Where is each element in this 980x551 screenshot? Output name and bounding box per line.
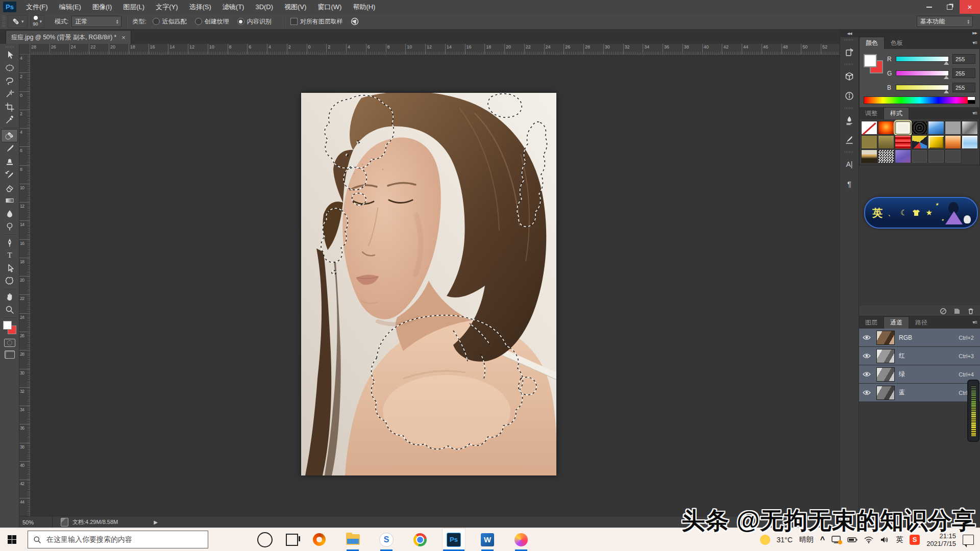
style-swatch[interactable] [878,149,894,163]
visibility-eye-icon[interactable] [861,390,872,395]
dodge-tool[interactable] [1,220,18,234]
style-swatch[interactable] [962,135,978,149]
mode-dropdown[interactable]: 正常 ▴▾ [71,16,121,27]
trash-icon[interactable] [967,308,975,314]
style-swatch[interactable] [928,121,944,135]
foreground-color-swatch[interactable] [864,54,877,67]
history-brush-tool[interactable] [1,168,18,182]
panel-tab[interactable]: 样式 [884,107,909,119]
close-tab-icon[interactable]: × [121,34,126,41]
taskbar-app-photoshop[interactable]: Ps [442,528,465,551]
workspace-switcher[interactable]: 基本功能 ▴▾ [917,16,973,27]
slider-thumb[interactable] [944,76,949,79]
style-swatch[interactable] [878,135,894,149]
sample-all-layers-checkbox[interactable]: 对所有图层取样 [290,17,343,26]
taskbar-app-office[interactable] [307,528,331,551]
menu-item[interactable]: 编辑(E) [54,0,87,14]
visibility-eye-icon[interactable] [861,371,872,377]
style-swatch[interactable] [928,135,944,149]
style-swatch[interactable] [895,121,911,135]
style-swatch[interactable] [912,149,928,163]
quick-mask-button[interactable] [4,339,15,347]
active-tool-preset[interactable]: ▾ [8,15,28,28]
style-swatch[interactable] [895,149,911,163]
foreground-color-swatch[interactable] [3,321,12,330]
pen-tool[interactable] [1,236,18,249]
sogou-input-icon[interactable]: S [910,535,920,545]
panel-tab[interactable]: 路径 [909,317,934,329]
close-button[interactable]: × [960,0,980,14]
start-button[interactable] [0,528,23,551]
status-expand-arrow[interactable]: ▶ [154,519,158,525]
white-black-ramp[interactable] [968,97,975,104]
type-radio[interactable]: 内容识别 [237,17,272,26]
slider-track[interactable] [896,85,949,90]
zoom-level-field[interactable]: 50% [19,516,53,528]
panel-menu-icon[interactable]: ▾≡ [972,319,977,325]
taskbar-app-explorer[interactable] [341,528,364,551]
battery-icon[interactable] [847,537,857,543]
volume-icon[interactable] [880,536,889,543]
document-tab[interactable]: 痘痘.jpg @ 50% (背景 副本, RGB/8#) * × [6,30,131,44]
ime-indicator[interactable]: 英 [896,535,903,544]
brush-tool[interactable] [1,142,18,156]
taskbar-app-chrome[interactable] [408,528,432,551]
channel-row[interactable]: RGB Ctrl+2 [859,329,980,347]
brush-settings-panel-icon[interactable] [841,130,858,149]
panel-menu-icon[interactable]: ▾≡ [972,110,977,116]
taskbar-app-word[interactable]: W [476,528,499,551]
style-swatch[interactable] [945,135,961,149]
panel-tab[interactable]: 色板 [885,37,909,49]
style-swatch[interactable] [912,135,928,149]
menu-item[interactable]: 视图(V) [279,0,312,14]
path-selection-tool[interactable] [1,262,18,275]
minimize-button[interactable] [919,0,939,14]
character-panel-icon[interactable]: A| [841,155,858,174]
style-swatch[interactable] [912,121,928,135]
panel-tab[interactable]: 调整 [859,108,884,119]
weather-condition[interactable]: 晴朗 [799,535,814,544]
style-swatch[interactable] [861,135,877,149]
panel-tab[interactable]: 图层 [859,317,884,329]
panel-tab[interactable]: 颜色 [859,37,885,49]
zoom-tool[interactable] [1,304,18,317]
new-item-icon[interactable] [953,308,961,314]
moon-icon[interactable]: ☾ [900,208,907,217]
visibility-eye-icon[interactable] [861,335,872,340]
style-swatch[interactable] [962,121,978,135]
slider-thumb[interactable] [944,90,949,93]
menu-item[interactable]: 帮助(H) [347,0,381,14]
marquee-tool[interactable] [1,62,18,75]
menu-item[interactable]: 滤镜(T) [217,0,250,14]
tablet-pressure-icon[interactable] [350,17,360,26]
menu-item[interactable]: 3D(D) [250,0,279,14]
history-panel-icon[interactable] [841,42,858,62]
task-view-button[interactable] [286,534,298,546]
taskbar-app-browser[interactable]: S [375,528,398,551]
foreground-background-colors[interactable] [864,54,882,73]
document-info-icon[interactable] [61,518,68,527]
action-center-icon[interactable] [963,535,974,545]
3d-panel-icon[interactable] [841,67,858,86]
screen-mode-button[interactable] [5,350,15,359]
style-swatch[interactable] [962,149,978,163]
channel-row[interactable]: 红 Ctrl+3 [859,347,980,365]
collapse-panels-button[interactable]: ◀◀ [840,30,859,37]
hand-tool[interactable] [1,290,18,304]
slider-value-field[interactable]: 255 [952,54,975,64]
brush-size-picker[interactable]: 90 ▾ [31,15,45,28]
custom-shape-tool[interactable] [1,275,18,288]
expand-dock-button[interactable]: ▶▶ [859,30,980,37]
weather-temperature[interactable]: 31°C [777,536,793,544]
brush-presets-panel-icon[interactable] [841,111,858,130]
wifi-icon[interactable] [864,536,873,543]
style-swatch[interactable] [895,135,911,149]
ime-punct-icon[interactable]: 、 [888,208,895,218]
menu-item[interactable]: 选择(S) [183,0,216,14]
magic-wand-tool[interactable] [1,88,18,101]
lasso-tool[interactable] [1,74,18,88]
info-panel-icon[interactable] [841,86,858,106]
style-swatch[interactable] [928,149,944,163]
skin-shirt-icon[interactable] [912,209,920,216]
visibility-eye-icon[interactable] [861,353,872,359]
